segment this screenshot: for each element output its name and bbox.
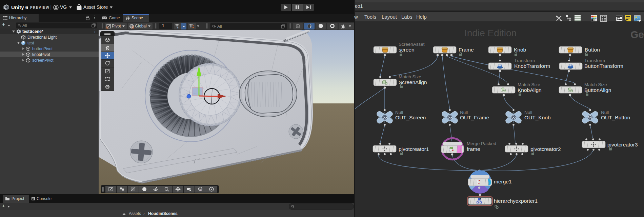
svg-text:Match Size: Match Size (399, 74, 421, 79)
svg-text:ButtonTransform: ButtonTransform (584, 63, 623, 69)
svg-text:pivotcreator2: pivotcreator2 (530, 146, 561, 152)
svg-text:Indie Edition: Indie Edition (464, 28, 517, 38)
svg-text:KnobAlign: KnobAlign (518, 87, 542, 93)
svg-text:ScreenAsset: ScreenAsset (399, 42, 425, 47)
svg-text:hierarchyexporter1: hierarchyexporter1 (494, 198, 538, 204)
svg-text:pivotcreator1: pivotcreator1 (399, 146, 429, 152)
svg-text:Null: Null (460, 110, 468, 115)
svg-text:Null: Null (524, 110, 532, 115)
svg-text:Null: Null (395, 110, 403, 115)
svg-text:OUT_Button: OUT_Button (601, 115, 630, 120)
svg-text:Merge Packed: Merge Packed (467, 141, 496, 146)
svg-text:OUT_Frame: OUT_Frame (460, 115, 489, 120)
svg-text:Button: Button (585, 47, 600, 53)
svg-text:Knob: Knob (514, 47, 526, 53)
svg-text:pivotcreator3: pivotcreator3 (607, 142, 638, 147)
svg-text:frame: frame (467, 146, 480, 152)
svg-text:Match Size: Match Size (584, 82, 607, 87)
svg-text:OUT_Screen: OUT_Screen (395, 115, 426, 120)
svg-text:Transform: Transform (584, 58, 605, 63)
svg-text:screen: screen (399, 47, 415, 53)
svg-text:76: 76 (200, 189, 202, 191)
svg-text:ButtonAlign: ButtonAlign (584, 87, 611, 93)
svg-text:Geo: Geo (630, 29, 644, 40)
svg-text:Match Size: Match Size (518, 82, 540, 87)
svg-text:KnobTransform: KnobTransform (514, 63, 550, 69)
svg-text:ScreenAlign: ScreenAlign (399, 79, 427, 85)
svg-text:merge1: merge1 (494, 179, 512, 184)
svg-text:Y: Y (177, 26, 179, 29)
svg-text:Frame: Frame (459, 47, 474, 53)
svg-text:Null: Null (601, 110, 609, 115)
svg-text:OUT_Knob: OUT_Knob (524, 115, 551, 120)
svg-text:Transform: Transform (514, 58, 535, 63)
